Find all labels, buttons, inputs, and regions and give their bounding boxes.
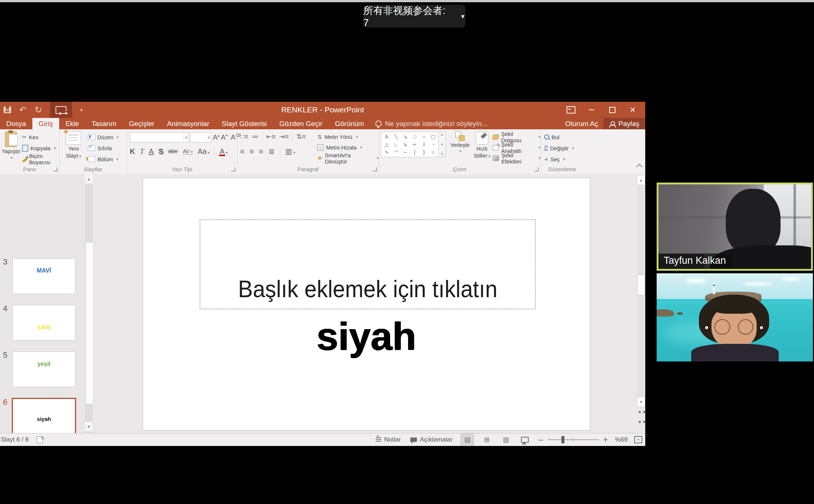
smartart-button[interactable]: ❖ SmartArt'a Dönüştür ▾ [317, 153, 379, 163]
start-slideshow-button[interactable] [50, 102, 72, 118]
scrollbar-thumb[interactable] [637, 275, 645, 295]
next-slide-button[interactable]: ▼▼ [638, 421, 643, 424]
shapes-gallery[interactable]: A ╲ ⇘ □ ○ ▢ △ ∟ ↳ ⇨ ⇩ ◔ ∿ ◠ ∼ { } [381, 132, 439, 157]
participants-button[interactable]: 所有非视频参会者: 7 ▼ [363, 5, 465, 28]
tab-ekle[interactable]: Ekle [59, 118, 85, 129]
line-spacing-button[interactable]: ⇅≡ [296, 133, 306, 141]
shape-scribble-icon[interactable]: ∿ [385, 149, 389, 155]
align-center-button[interactable]: ≡ [250, 147, 254, 156]
video-tile-participant[interactable] [657, 273, 813, 361]
section-button[interactable]: Bölüm ▾ [88, 154, 119, 165]
scrollbar-thumb[interactable] [85, 242, 93, 404]
share-button[interactable]: Paylaş [603, 118, 645, 129]
shape-left-brace-icon[interactable]: { [414, 149, 415, 155]
change-case-button[interactable]: Aa▾ [197, 147, 210, 156]
zoom-slider[interactable] [547, 439, 599, 440]
grow-font-button[interactable]: A▴ [213, 133, 219, 141]
notes-button[interactable]: Notlar [374, 433, 402, 446]
minimize-button[interactable] [581, 102, 602, 118]
shape-arrow-icon[interactable]: ⇘ [403, 134, 407, 140]
quick-styles-button[interactable]: Hızlı Stiller▾ [470, 132, 494, 159]
save-icon[interactable] [4, 107, 11, 113]
strikethrough-button[interactable]: abe [168, 148, 178, 155]
current-slide[interactable]: Başlık eklemek için tıklatın siyah [143, 178, 590, 431]
shape-arc-icon[interactable]: ◠ [394, 149, 398, 155]
tab-gorunum[interactable]: Görünüm [329, 118, 370, 129]
zoom-in-button[interactable]: + [603, 435, 608, 444]
view-slideshow-button[interactable] [519, 433, 531, 446]
undo-icon[interactable]: ↶ [19, 105, 26, 114]
bold-button[interactable]: K [130, 147, 135, 156]
zoom-out-button[interactable]: – [538, 435, 544, 444]
shape-down-arrow-icon[interactable]: ⇩ [422, 141, 426, 147]
shape-oval-icon[interactable]: ○ [422, 134, 425, 140]
slide-thumbnail-4[interactable]: SARI [13, 305, 75, 341]
justify-button[interactable]: ≣ [268, 147, 275, 156]
shrink-font-button[interactable]: A▾ [221, 133, 228, 141]
shape-rectangle-icon[interactable]: □ [413, 134, 416, 140]
align-text-button[interactable]: ↕ Metni Hizala ▾ [317, 142, 379, 153]
close-button[interactable]: ✕ [622, 102, 643, 118]
shape-outline-button[interactable]: Şekil Anahattı ▾ [493, 142, 540, 153]
layout-button[interactable]: Düzen ▾ [88, 132, 119, 143]
comments-button[interactable]: Açıklamalar [409, 433, 454, 446]
shape-textbox-icon[interactable]: A [385, 134, 388, 140]
shape-star-icon[interactable]: ☆ [431, 149, 436, 155]
tab-animasyonlar[interactable]: Animasyonlar [161, 118, 215, 129]
tab-gecisler[interactable]: Geçişler [122, 118, 161, 129]
shape-curve-icon[interactable]: ∼ [403, 149, 407, 155]
shape-elbow-arrow-icon[interactable]: ↳ [403, 141, 407, 147]
slide-thumbnail-6-selected[interactable]: siyah [12, 398, 76, 433]
video-tile-active-speaker[interactable]: Tayfun Kalkan [657, 183, 813, 271]
tab-giris[interactable]: Giriş [32, 118, 59, 129]
shape-triangle-icon[interactable]: △ [385, 141, 389, 147]
bullets-button[interactable]: ∷≡ [240, 133, 248, 141]
underline-button[interactable]: A [149, 147, 154, 156]
notes-edit-icon[interactable] [37, 436, 43, 443]
tab-dosya[interactable]: Dosya [0, 118, 32, 129]
slide-title-text[interactable]: siyah [143, 314, 590, 359]
slide-thumbnail-3[interactable]: MAVİ [13, 258, 75, 294]
slide-thumbnail-5[interactable]: yeşil [13, 352, 75, 387]
sign-in-button[interactable]: Oturum Aç [560, 118, 603, 129]
shapes-gallery-scrollbar[interactable]: ▴ ▾ ▾ [438, 132, 446, 157]
arrange-button[interactable]: Yerleştir ▾ [448, 132, 472, 154]
fit-slide-to-window-button[interactable] [634, 436, 642, 443]
tab-tasarim[interactable]: Tasarım [85, 118, 123, 129]
align-left-button[interactable]: ≡ [240, 147, 244, 156]
scroll-up-icon[interactable]: ▴ [637, 175, 645, 185]
dialog-launcher-icon[interactable] [535, 168, 539, 172]
slide-scrollbar[interactable]: ▴ ▾ [637, 175, 645, 407]
dialog-launcher-icon[interactable] [53, 168, 57, 172]
dialog-launcher-icon[interactable] [231, 168, 235, 172]
format-painter-button[interactable]: Biçim Boyacısı [22, 154, 59, 165]
columns-button[interactable]: ▥▾ [285, 147, 295, 156]
indent-decrease-button[interactable]: ⇤≡ [266, 133, 276, 141]
view-slide-sorter-button[interactable]: ⊞ [481, 433, 493, 446]
align-right-button[interactable]: ≡ [259, 147, 263, 156]
select-button[interactable]: ➤ Seç ▾ [544, 154, 574, 165]
shadow-button[interactable]: S [158, 147, 163, 156]
view-reading-button[interactable]: ▥ [500, 433, 512, 446]
text-direction-button[interactable]: ⇅ Metin Yönü ▾ [317, 132, 379, 142]
shape-effects-button[interactable]: Şekil Efektleri ▾ [493, 153, 540, 163]
shape-right-arrow-icon[interactable]: ⇨ [413, 141, 417, 147]
scroll-down-icon[interactable]: ▾ [637, 397, 645, 407]
indent-increase-button[interactable]: ⇥≡ [279, 133, 289, 141]
collapse-ribbon-icon[interactable] [636, 164, 643, 170]
paste-dropdown-icon[interactable]: ▾ [11, 155, 13, 160]
replace-button[interactable]: abac Değiştir ▾ [544, 143, 574, 154]
shape-right-brace-icon[interactable]: } [423, 149, 425, 155]
shape-rounded-rect-icon[interactable]: ▢ [431, 134, 436, 140]
zoom-level-label[interactable]: %69 [615, 436, 628, 443]
thumbnail-panel-scrollbar[interactable]: ▴ ▾ [85, 174, 93, 433]
shape-elbow-icon[interactable]: ∟ [393, 141, 399, 147]
scroll-up-icon[interactable]: ▴ [85, 174, 93, 184]
tell-me-box[interactable]: Ne yapmak istediğinizi söyleyin... [370, 118, 488, 129]
numbering-button[interactable]: ≔ [252, 133, 258, 141]
zoom-slider-thumb[interactable] [561, 436, 564, 443]
shape-fill-button[interactable]: Şekil Dolgusu ▾ [493, 132, 540, 142]
cut-button[interactable]: ✂ Kes [22, 132, 59, 143]
shape-pie-icon[interactable]: ◔ [432, 141, 435, 147]
ribbon-display-options-button[interactable] [561, 102, 581, 118]
